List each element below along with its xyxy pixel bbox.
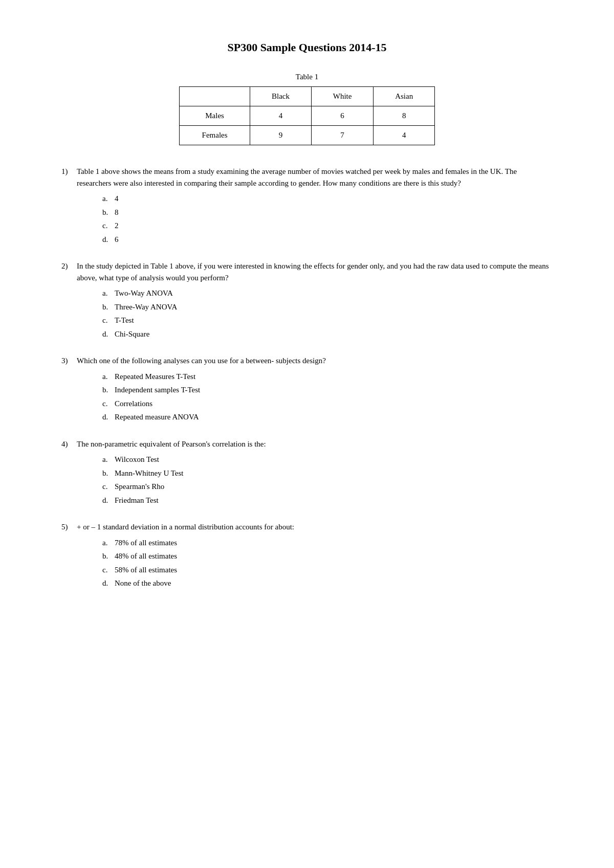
question-4: 4)The non-parametric equivalent of Pears… xyxy=(61,438,553,506)
option-label-3-3: c. xyxy=(102,398,115,410)
question-3-options: a.Repeated Measures T-Testb.Independent … xyxy=(102,371,553,423)
option-label-1-2: b. xyxy=(102,207,115,218)
table-caption: Table 1 xyxy=(61,73,553,81)
option-label-1-1: a. xyxy=(102,193,115,205)
option-label-2-3: c. xyxy=(102,315,115,326)
question-4-text: 4)The non-parametric equivalent of Pears… xyxy=(61,438,553,450)
option-label-2-4: d. xyxy=(102,328,115,340)
question-1-text: 1)Table 1 above shows the means from a s… xyxy=(61,166,553,189)
option-text-3-3: Correlations xyxy=(115,399,152,408)
question-3-number: 3) xyxy=(61,355,74,367)
table-header-asian: Asian xyxy=(374,87,435,106)
question-5-option-1: a.78% of all estimates xyxy=(102,537,553,549)
data-table: Black White Asian Males 4 6 8 Females 9 … xyxy=(179,86,435,145)
table-header-empty xyxy=(180,87,250,106)
option-text-5-4: None of the above xyxy=(115,579,171,587)
table-row-females: Females 9 7 4 xyxy=(180,126,435,145)
cell-females-black: 9 xyxy=(250,126,312,145)
question-1-option-3: c.2 xyxy=(102,220,553,232)
option-text-2-2: Three-Way ANOVA xyxy=(115,303,177,311)
option-label-1-3: c. xyxy=(102,220,115,232)
cell-males-white: 6 xyxy=(311,106,374,126)
cell-males-black: 4 xyxy=(250,106,312,126)
question-4-option-3: c.Spearman's Rho xyxy=(102,481,553,493)
question-4-option-2: b.Mann-Whitney U Test xyxy=(102,468,553,479)
question-5: 5)+ or – 1 standard deviation in a norma… xyxy=(61,521,553,589)
table-row-males: Males 4 6 8 xyxy=(180,106,435,126)
question-2-option-2: b.Three-Way ANOVA xyxy=(102,301,553,313)
question-2-option-4: d.Chi-Square xyxy=(102,328,553,340)
option-label-5-4: d. xyxy=(102,577,115,589)
question-1-number: 1) xyxy=(61,166,74,189)
question-4-options: a.Wilcoxon Testb.Mann-Whitney U Testc.Sp… xyxy=(102,454,553,506)
option-label-2-1: a. xyxy=(102,287,115,299)
option-text-3-2: Independent samples T-Test xyxy=(115,386,200,394)
question-4-body: The non-parametric equivalent of Pearson… xyxy=(77,438,266,450)
cell-males-asian: 8 xyxy=(374,106,435,126)
option-text-4-1: Wilcoxon Test xyxy=(115,455,159,463)
question-5-option-4: d.None of the above xyxy=(102,577,553,589)
option-text-1-2: 8 xyxy=(115,208,119,216)
option-text-4-2: Mann-Whitney U Test xyxy=(115,469,183,477)
option-label-4-2: b. xyxy=(102,468,115,479)
option-text-1-3: 2 xyxy=(115,221,119,230)
question-3: 3)Which one of the following analyses ca… xyxy=(61,355,553,423)
option-label-5-3: c. xyxy=(102,564,115,576)
option-text-3-1: Repeated Measures T-Test xyxy=(115,372,195,381)
option-text-4-4: Friedman Test xyxy=(115,496,159,504)
question-3-body: Which one of the following analyses can … xyxy=(77,355,326,367)
question-2-options: a.Two-Way ANOVAb.Three-Way ANOVAc.T-Test… xyxy=(102,287,553,340)
question-2-body: In the study depicted in Table 1 above, … xyxy=(77,260,553,283)
question-1: 1)Table 1 above shows the means from a s… xyxy=(61,166,553,245)
question-3-option-1: a.Repeated Measures T-Test xyxy=(102,371,553,383)
option-text-5-3: 58% of all estimates xyxy=(115,566,177,574)
option-label-3-4: d. xyxy=(102,411,115,423)
question-2-option-1: a.Two-Way ANOVA xyxy=(102,287,553,299)
table-header-black: Black xyxy=(250,87,312,106)
question-3-option-4: d.Repeated measure ANOVA xyxy=(102,411,553,423)
question-4-option-1: a.Wilcoxon Test xyxy=(102,454,553,465)
question-5-option-3: c.58% of all estimates xyxy=(102,564,553,576)
option-label-3-2: b. xyxy=(102,384,115,396)
option-label-5-1: a. xyxy=(102,537,115,549)
option-label-4-4: d. xyxy=(102,495,115,506)
option-label-2-2: b. xyxy=(102,301,115,313)
question-1-option-1: a.4 xyxy=(102,193,553,205)
question-1-option-4: d.6 xyxy=(102,234,553,246)
question-5-options: a.78% of all estimatesb.48% of all estim… xyxy=(102,537,553,589)
cell-females-asian: 4 xyxy=(374,126,435,145)
question-2-text: 2)In the study depicted in Table 1 above… xyxy=(61,260,553,283)
question-2: 2)In the study depicted in Table 1 above… xyxy=(61,260,553,340)
option-label-4-3: c. xyxy=(102,481,115,493)
question-2-option-3: c.T-Test xyxy=(102,315,553,326)
question-1-option-2: b.8 xyxy=(102,207,553,218)
option-text-1-4: 6 xyxy=(115,235,119,243)
question-4-option-4: d.Friedman Test xyxy=(102,495,553,506)
option-text-1-1: 4 xyxy=(115,194,119,203)
question-5-text: 5)+ or – 1 standard deviation in a norma… xyxy=(61,521,553,533)
option-text-2-4: Chi-Square xyxy=(115,330,149,338)
question-5-number: 5) xyxy=(61,521,74,533)
question-2-number: 2) xyxy=(61,260,74,283)
option-label-4-1: a. xyxy=(102,454,115,465)
option-label-5-2: b. xyxy=(102,550,115,562)
question-5-body: + or – 1 standard deviation in a normal … xyxy=(77,521,294,533)
question-5-option-2: b.48% of all estimates xyxy=(102,550,553,562)
question-1-options: a.4b.8c.2d.6 xyxy=(102,193,553,245)
option-label-1-4: d. xyxy=(102,234,115,246)
option-text-3-4: Repeated measure ANOVA xyxy=(115,413,199,421)
option-text-4-3: Spearman's Rho xyxy=(115,482,164,491)
option-text-5-2: 48% of all estimates xyxy=(115,552,177,560)
option-label-3-1: a. xyxy=(102,371,115,383)
option-text-5-1: 78% of all estimates xyxy=(115,539,177,547)
page-title: SP300 Sample Questions 2014-15 xyxy=(61,41,553,54)
question-4-number: 4) xyxy=(61,438,74,450)
option-text-2-3: T-Test xyxy=(115,316,134,324)
row-label-males: Males xyxy=(180,106,250,126)
question-3-option-2: b.Independent samples T-Test xyxy=(102,384,553,396)
option-text-2-1: Two-Way ANOVA xyxy=(115,289,173,297)
question-1-body: Table 1 above shows the means from a stu… xyxy=(77,166,553,189)
questions-container: 1)Table 1 above shows the means from a s… xyxy=(61,166,553,589)
row-label-females: Females xyxy=(180,126,250,145)
question-3-option-3: c.Correlations xyxy=(102,398,553,410)
